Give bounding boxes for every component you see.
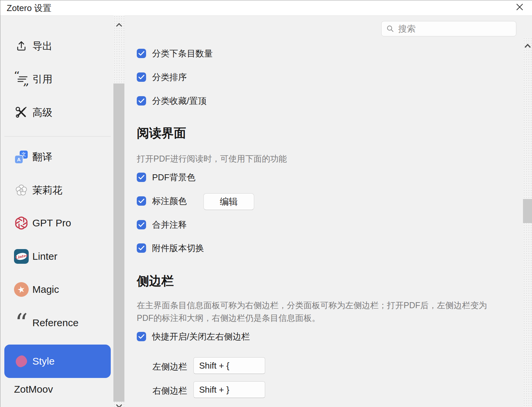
sidebar-item-translate[interactable]: 文 A 翻译 [4,147,111,167]
section-heading-reading: 阅读界面 [137,125,186,142]
pink-blob-icon [13,356,29,367]
section-heading-sidebar: 侧边栏 [137,273,174,289]
checkbox-label: 标注颜色 [152,195,187,207]
edit-annotation-colors-button[interactable]: 编辑 [203,193,254,210]
sidebar-item-gpt-pro[interactable]: GPT Pro [4,213,111,233]
sidebar-scroll-up-arrow[interactable] [113,21,124,29]
search-input[interactable] [398,23,509,34]
sidebar-item-label: 导出 [32,39,52,53]
search-icon [386,25,394,33]
sidebar-item-label: Magic [32,284,59,295]
checkbox-label: 分类下条目数量 [152,48,213,59]
sidebar-item-label: 引用 [32,72,52,86]
checkbox-label: 分类收藏/置顶 [152,95,206,107]
checkbox-checked[interactable] [137,243,146,253]
svg-text:“: “ [14,71,20,82]
sidebar-item-magic[interactable]: ★ Magic [4,279,111,299]
checkbox-row-pdf-background: PDF背景色 [137,173,195,182]
checkbox-checked[interactable] [137,173,146,182]
checkbox-row-collection-sort: 分类排序 [137,72,187,82]
main-scroll-up-arrow[interactable] [523,41,532,50]
sidebar-scroll-down-arrow[interactable] [113,403,124,407]
title-bar: Zotero 设置 [0,0,532,16]
section-description: 在主界面条目信息面板可称为右侧边栏，分类面板可称为左侧边栏；打开PDF后，左侧边… [137,299,499,324]
checkbox-row-collection-item-count: 分类下条目数量 [137,49,213,58]
checkbox-checked[interactable] [137,72,146,82]
sidebar-item-label: Linter [32,251,57,262]
checkbox-row-annotation-color: 标注颜色 [137,196,187,206]
close-icon [515,3,524,11]
main-scrollbar-thumb[interactable] [523,199,532,223]
sidebar-item-label: Style [32,356,55,367]
sidebar-item-style[interactable]: Style [4,345,111,378]
sidebar-item-label: 茉莉花 [32,184,62,197]
checkbox-row-merge-annotations: 合并注释 [137,220,187,229]
sidebar-item-label: Reference [32,317,78,329]
right-sidebar-shortcut-input[interactable] [193,381,265,398]
left-sidebar-shortcut-input[interactable] [193,357,265,374]
checkbox-row-attachment-version: 附件版本切换 [137,243,204,253]
flower-icon [13,183,29,198]
checkbox-checked[interactable] [137,96,146,106]
checkbox-row-collection-pin: 分类收藏/置顶 [137,96,206,106]
window-title: Zotero 设置 [7,2,51,14]
checkbox-checked[interactable] [137,332,146,341]
sidebar-item-cite[interactable]: “ „ 引用 [4,69,111,89]
sidebar-item-label: GPT Pro [32,217,71,229]
checkbox-checked[interactable] [137,220,146,229]
sidebar-item-export[interactable]: 导出 [4,36,111,56]
checkbox-label: 合并注释 [152,219,187,231]
sidebar-item-reference[interactable]: “ Reference [4,313,111,333]
checkbox-checked[interactable] [137,196,146,206]
section-description: 打开PDF进行阅读时，可使用下面的功能 [137,153,287,164]
search-box [381,21,516,36]
sidebar-item-zotmoov[interactable]: ZotMoov [4,379,111,399]
checkbox-row-toggle-sidebars: 快捷开启/关闭左右侧边栏 [137,332,250,341]
sidebar-item-label: ZotMoov [14,384,53,395]
sidebar-item-label: 翻译 [32,150,52,164]
openai-logo-icon [13,215,29,231]
checkbox-label: 快捷开启/关闭左右侧边栏 [152,331,250,343]
checkbox-checked[interactable] [137,49,146,58]
checkbox-label: 附件版本切换 [152,242,204,254]
sidebar-item-linter[interactable]: Linter Linter [4,246,111,266]
sidebar-item-jasmine[interactable]: 茉莉花 [4,180,111,200]
sidebar-divider [4,136,111,137]
sidebar-item-advanced[interactable]: 高级 [4,103,111,123]
checkbox-label: PDF背景色 [152,172,195,183]
double-quote-icon: “ [13,316,29,330]
checkbox-label: 分类排序 [152,71,187,83]
sidebar-scrollbar-thumb[interactable] [113,83,124,402]
tools-icon [13,106,29,120]
sidebar-item-label: 高级 [32,106,52,120]
cite-icon: “ „ [13,71,29,87]
shortcut-label-right-sidebar: 右侧边栏 [152,385,187,397]
shortcut-label-left-sidebar: 左侧边栏 [152,361,187,373]
svg-text:„: „ [23,74,29,87]
export-icon [13,39,29,53]
translate-icon: 文 A [13,151,29,163]
close-button[interactable] [515,2,525,12]
linter-icon: Linter [13,249,29,264]
star-circle-icon: ★ [13,282,29,297]
